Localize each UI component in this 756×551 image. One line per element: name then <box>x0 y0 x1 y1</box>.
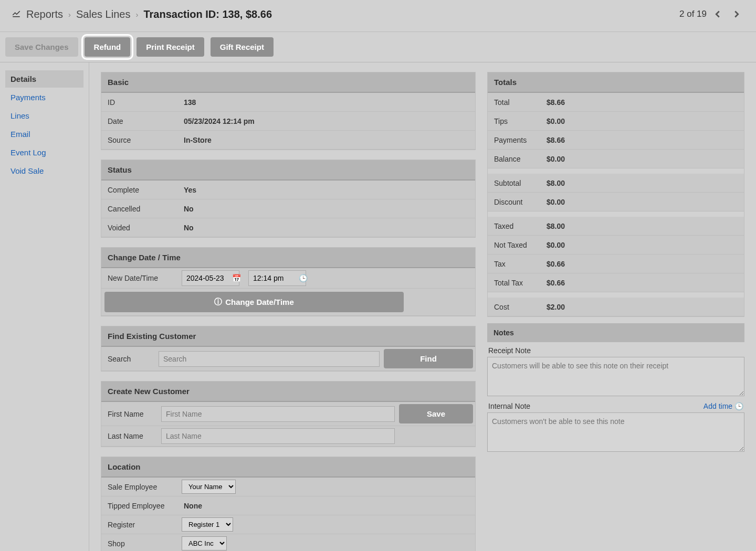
internalnote-label: Internal Note <box>488 402 530 410</box>
discount-label: Discount <box>488 194 540 210</box>
next-button[interactable] <box>729 6 744 22</box>
totaltax-label: Total Tax <box>488 274 540 291</box>
sidebar-item-voidsale[interactable]: Void Sale <box>5 162 83 179</box>
find-button[interactable]: Find <box>384 349 473 368</box>
discount-value: $0.00 <box>540 194 744 210</box>
sidebar-item-email[interactable]: Email <box>5 125 83 143</box>
payments-value: $8.66 <box>540 132 744 149</box>
cancelled-label: Cancelled <box>101 200 177 217</box>
saleemployee-label: Sale Employee <box>101 479 177 495</box>
sidebar-item-payments[interactable]: Payments <box>5 89 83 106</box>
totaltax-value: $0.66 <box>540 274 744 291</box>
breadcrumb-saleslines[interactable]: Sales Lines <box>76 8 130 20</box>
sidebar: Details Payments Lines Email Event Log V… <box>0 62 89 551</box>
tippedemployee-value: None <box>177 497 475 514</box>
sidebar-item-details[interactable]: Details <box>5 70 83 88</box>
calendar-icon[interactable]: 📅 <box>232 274 241 282</box>
firstname-input[interactable] <box>161 406 395 422</box>
print-receipt-button[interactable]: Print Receipt <box>136 37 204 57</box>
taxed-label: Taxed <box>488 218 540 235</box>
basic-header: Basic <box>101 72 475 93</box>
cost-value: $2.00 <box>540 299 744 315</box>
chevron-right-icon: › <box>68 10 71 19</box>
change-datetime-label: Change Date/Time <box>225 298 294 306</box>
id-label: ID <box>101 94 177 111</box>
breadcrumb: Reports › Sales Lines › Transaction ID: … <box>12 8 272 20</box>
voided-label: Voided <box>101 219 177 236</box>
findcustomer-header: Find Existing Customer <box>101 326 475 347</box>
internalnote-textarea[interactable] <box>487 412 744 452</box>
newdatetime-label: New Date/Time <box>101 270 177 287</box>
date-input[interactable] <box>182 270 239 286</box>
location-header: Location <box>101 457 475 478</box>
status-header: Status <box>101 160 475 181</box>
saleemployee-select[interactable]: Your Name <box>182 480 236 494</box>
notes-header: Notes <box>487 323 744 342</box>
complete-label: Complete <box>101 182 177 198</box>
payments-label: Payments <box>488 132 540 149</box>
receiptnote-label: Receipt Note <box>487 342 744 357</box>
time-input[interactable] <box>248 270 306 286</box>
addtime-link[interactable]: Add time 🕒 <box>704 402 743 410</box>
sidebar-item-eventlog[interactable]: Event Log <box>5 144 83 161</box>
save-customer-button[interactable]: Save <box>399 404 473 423</box>
sidebar-item-lines[interactable]: Lines <box>5 107 83 124</box>
taxed-value: $8.00 <box>540 218 744 235</box>
breadcrumb-current: Transaction ID: 138, $8.66 <box>143 8 272 20</box>
receiptnote-textarea[interactable] <box>487 357 744 396</box>
date-value: 05/23/2024 12:14 pm <box>177 113 475 130</box>
source-value: In-Store <box>177 132 475 149</box>
save-changes-button[interactable]: Save Changes <box>5 37 78 57</box>
gift-receipt-button[interactable]: Gift Receipt <box>211 37 274 57</box>
tax-label: Tax <box>488 256 540 272</box>
tips-label: Tips <box>488 113 540 130</box>
voided-value: No <box>177 219 475 236</box>
nottaxed-value: $0.00 <box>540 237 744 253</box>
page-info: 2 of 19 <box>679 6 744 22</box>
cost-label: Cost <box>488 299 540 315</box>
chart-icon[interactable] <box>12 8 21 20</box>
shop-label: Shop <box>101 535 177 552</box>
createcustomer-header: Create New Customer <box>101 382 475 402</box>
search-input[interactable] <box>159 351 380 367</box>
subtotal-value: $8.00 <box>540 175 744 192</box>
tippedemployee-label: Tipped Employee <box>101 497 177 514</box>
search-label: Search <box>101 351 156 367</box>
lastname-label: Last Name <box>101 428 159 444</box>
change-datetime-button[interactable]: ⓘ Change Date/Time <box>104 292 404 312</box>
id-value: 138 <box>177 94 475 111</box>
complete-value: Yes <box>177 182 475 198</box>
changedatetime-header: Change Date / Time <box>101 248 475 268</box>
page-count: 2 of 19 <box>679 9 707 19</box>
lastname-input[interactable] <box>161 428 395 444</box>
tax-value: $0.66 <box>540 256 744 272</box>
tips-value: $0.00 <box>540 113 744 130</box>
prev-button[interactable] <box>710 6 726 22</box>
firstname-label: First Name <box>101 406 159 422</box>
source-label: Source <box>101 132 177 149</box>
refund-button[interactable]: Refund <box>85 37 131 57</box>
register-select[interactable]: Register 1 <box>182 517 233 532</box>
nottaxed-label: Not Taxed <box>488 237 540 253</box>
shop-select[interactable]: ABC Inc <box>182 536 227 550</box>
totals-header: Totals <box>488 72 744 93</box>
cancelled-value: No <box>177 200 475 217</box>
balance-value: $0.00 <box>540 151 744 167</box>
total-label: Total <box>488 94 540 111</box>
balance-label: Balance <box>488 151 540 167</box>
toolbar: Save Changes Refund Print Receipt Gift R… <box>0 32 756 62</box>
breadcrumb-reports[interactable]: Reports <box>26 8 63 20</box>
clock-icon[interactable]: 🕒 <box>299 274 308 282</box>
addtime-label: Add time <box>704 402 732 410</box>
date-label: Date <box>101 113 177 130</box>
clock-icon: 🕒 <box>734 402 743 410</box>
info-icon: ⓘ <box>214 297 222 307</box>
register-label: Register <box>101 516 177 533</box>
chevron-right-icon: › <box>135 10 138 19</box>
subtotal-label: Subtotal <box>488 175 540 192</box>
total-value: $8.66 <box>540 94 744 111</box>
